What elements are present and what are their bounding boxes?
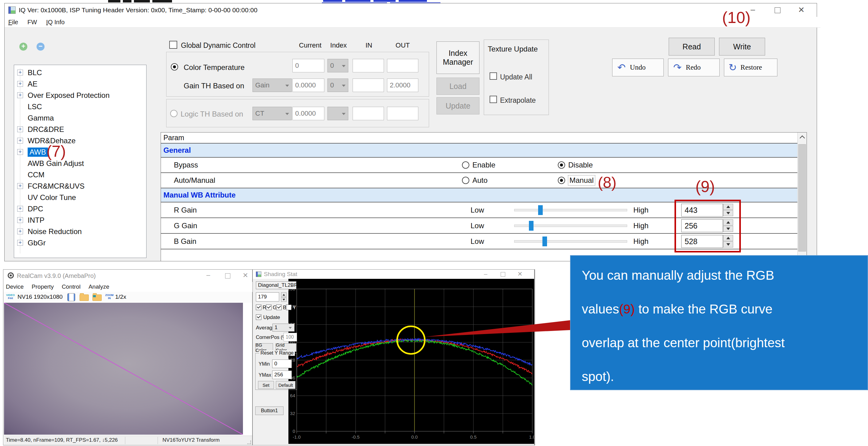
minimize-button[interactable]: – bbox=[202, 270, 215, 281]
logic-th-in-field[interactable] bbox=[352, 107, 384, 120]
channel-checkbox-y[interactable] bbox=[286, 305, 291, 310]
ymin-input[interactable]: 0 bbox=[272, 359, 292, 368]
radio-manual[interactable] bbox=[558, 177, 565, 184]
radio-enable[interactable] bbox=[462, 161, 469, 169]
maximize-button[interactable] bbox=[496, 270, 509, 279]
default-button[interactable]: Default bbox=[276, 381, 296, 389]
sidebar-item-ccm[interactable]: CCM bbox=[14, 169, 146, 180]
menu-property[interactable]: Property bbox=[32, 283, 54, 290]
sidebar-item-intp[interactable]: +INTP bbox=[14, 214, 146, 226]
video-format-icon[interactable]: VIDEO Fmt bbox=[5, 294, 16, 300]
gain-th-in-field[interactable] bbox=[352, 78, 384, 92]
logic-th-combo[interactable]: CT bbox=[252, 107, 292, 120]
update-button[interactable]: Update bbox=[436, 97, 479, 114]
ymax-input[interactable]: 256 bbox=[272, 371, 292, 379]
zoom-icon[interactable]: ZOOM IN bbox=[105, 294, 114, 300]
open-folder-icon[interactable] bbox=[80, 295, 89, 301]
color-temperature-radio[interactable] bbox=[171, 63, 178, 71]
film-strip-icon[interactable] bbox=[67, 293, 75, 301]
index-manager-button[interactable]: Index Manager bbox=[436, 41, 479, 74]
g-gain-slider-thumb[interactable] bbox=[529, 221, 533, 231]
menu-file[interactable]: File bbox=[8, 19, 18, 26]
maximize-button[interactable] bbox=[221, 270, 235, 282]
sidebar-item-awb-gain-adjust[interactable]: AWB Gain Adjust bbox=[14, 158, 146, 169]
expand-icon[interactable]: + bbox=[17, 126, 23, 132]
expand-icon[interactable]: + bbox=[17, 149, 23, 155]
close-button[interactable]: ✕ bbox=[239, 270, 252, 281]
write-button[interactable]: Write bbox=[719, 38, 765, 56]
expand-icon[interactable]: + bbox=[17, 138, 23, 143]
expand-icon[interactable]: + bbox=[17, 217, 23, 223]
maximize-button[interactable] bbox=[771, 3, 784, 17]
color-temperature-out-field[interactable] bbox=[387, 59, 418, 72]
expand-icon[interactable]: + bbox=[17, 92, 23, 98]
logic-th-out-field[interactable] bbox=[387, 107, 418, 120]
tree-remove-button[interactable]: − bbox=[36, 43, 44, 50]
color-temperature-current-field[interactable]: 0 bbox=[292, 59, 324, 72]
color-temperature-index-combo[interactable]: 0 bbox=[328, 59, 348, 72]
record-folder-icon[interactable] bbox=[92, 295, 102, 301]
radio-disable[interactable] bbox=[558, 161, 565, 169]
sidebar-item-drc-dre[interactable]: +DRC&DRE bbox=[14, 124, 146, 135]
menu-fw[interactable]: FW bbox=[27, 19, 37, 26]
update-all-checkbox[interactable] bbox=[490, 72, 497, 80]
sidebar-item-blc[interactable]: +BLC bbox=[14, 67, 146, 78]
read-button[interactable]: Read bbox=[669, 38, 715, 56]
close-button[interactable]: ✕ bbox=[513, 270, 527, 278]
menu-analyze[interactable]: Analyze bbox=[89, 283, 110, 290]
profile-mode-combo[interactable]: Diagonal_TL2BR bbox=[256, 281, 297, 289]
close-button[interactable]: ✕ bbox=[795, 3, 808, 16]
sidebar-item-wdr-dehaze[interactable]: +WDR&Dehaze bbox=[14, 135, 146, 146]
param-scrollbar[interactable] bbox=[797, 133, 807, 261]
resize-grip[interactable] bbox=[247, 441, 251, 444]
tree-add-button[interactable]: + bbox=[19, 43, 27, 50]
line-value-input[interactable]: 179 bbox=[256, 292, 279, 302]
b-gain-slider-thumb[interactable] bbox=[542, 237, 547, 246]
update-checkbox[interactable] bbox=[256, 314, 261, 320]
logic-th-current-field[interactable]: 0.0000 bbox=[292, 107, 324, 120]
sidebar-item-gbgr[interactable]: +GbGr bbox=[14, 237, 146, 248]
gain-th-current-field[interactable]: 0.0000 bbox=[292, 78, 324, 92]
redo-button[interactable]: ↷ Redo bbox=[668, 59, 720, 76]
color-temperature-in-field[interactable] bbox=[352, 59, 384, 72]
expand-icon[interactable]: + bbox=[17, 206, 23, 212]
sidebar-item-lsc[interactable]: LSC bbox=[14, 101, 146, 112]
menu-device[interactable]: Device bbox=[6, 283, 24, 290]
logic-th-index-combo[interactable] bbox=[328, 107, 348, 120]
expand-icon[interactable]: + bbox=[17, 183, 23, 189]
restore-button[interactable]: ↻ Restore bbox=[724, 59, 777, 76]
button1-button[interactable]: Button1 bbox=[255, 406, 283, 415]
sidebar-item-ae[interactable]: +AE bbox=[14, 78, 146, 90]
scrollbar-thumb[interactable] bbox=[798, 144, 806, 251]
gain-th-out-field[interactable]: 2.0000 bbox=[387, 78, 418, 92]
extrapolate-checkbox[interactable] bbox=[490, 96, 497, 103]
channel-checkbox-r[interactable] bbox=[256, 305, 261, 310]
cornerpos-input[interactable]: 100 bbox=[283, 333, 297, 341]
sidebar-item-noise-reduction[interactable]: +Noise Reduction bbox=[14, 226, 146, 237]
average-combo[interactable]: 1 bbox=[273, 323, 294, 332]
expand-icon[interactable]: + bbox=[17, 240, 23, 246]
menu-iq-info[interactable]: IQ Info bbox=[46, 19, 64, 26]
spin-down-button[interactable] bbox=[281, 297, 286, 302]
channel-checkbox-b[interactable] bbox=[276, 305, 282, 310]
sidebar-item-fcr-mcr-uvs[interactable]: +FCR&MCR&UVS bbox=[14, 180, 146, 192]
sidebar-item-awb[interactable]: +AWB bbox=[14, 146, 146, 158]
load-button[interactable]: Load bbox=[436, 78, 479, 95]
r-gain-slider-track[interactable] bbox=[514, 209, 627, 211]
gain-th-combo[interactable]: Gain bbox=[252, 78, 292, 92]
set-button[interactable]: Set bbox=[258, 381, 274, 389]
undo-button[interactable]: ↶ Undo bbox=[612, 59, 664, 76]
param-row-bypass[interactable]: BypassEnableDisable bbox=[161, 158, 797, 173]
radio-auto[interactable] bbox=[462, 177, 469, 184]
logic-th-radio[interactable] bbox=[170, 110, 178, 117]
r-gain-slider-thumb[interactable] bbox=[538, 205, 543, 215]
spin-up-button[interactable] bbox=[281, 292, 286, 297]
expand-icon[interactable]: + bbox=[17, 81, 23, 87]
channel-checkbox-g[interactable] bbox=[266, 305, 272, 310]
expand-icon[interactable]: + bbox=[17, 70, 23, 75]
global-dynamic-control-checkbox[interactable] bbox=[169, 41, 177, 49]
b-gain-slider-track[interactable] bbox=[514, 240, 627, 243]
expand-icon[interactable]: + bbox=[17, 229, 23, 234]
gain-th-index-combo[interactable]: 0 bbox=[328, 78, 348, 92]
sidebar-item-uv-color-tune[interactable]: UV Color Tune bbox=[14, 192, 146, 203]
